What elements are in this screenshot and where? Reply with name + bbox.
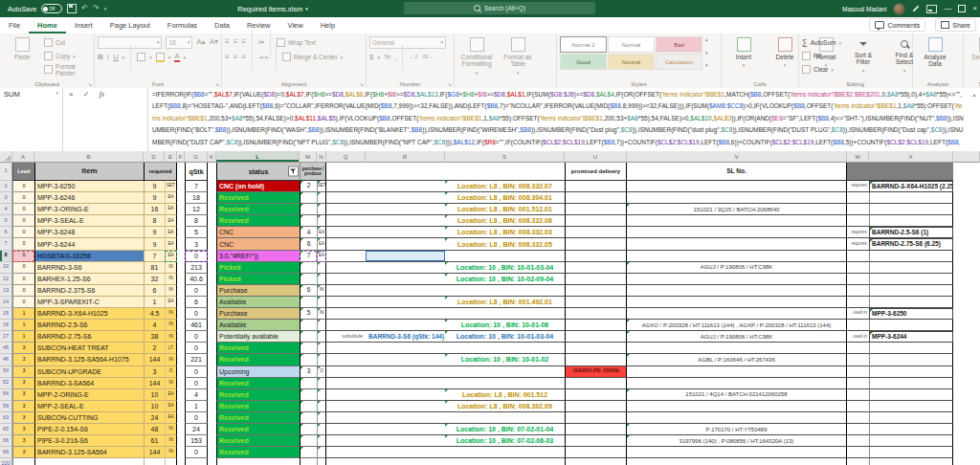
row-header-66[interactable]: 66 xyxy=(0,435,12,447)
cell-B10[interactable]: BARRND-3-S6 xyxy=(34,262,144,274)
quick-access-customize-icon[interactable]: ▾ xyxy=(104,7,107,11)
cell-K7[interactable] xyxy=(208,238,216,250)
cell-E13[interactable]: IN xyxy=(165,285,177,297)
cell-G12[interactable]: 40.6 xyxy=(185,274,208,285)
cell-K220[interactable] xyxy=(208,458,216,465)
col-header-R[interactable]: R xyxy=(366,151,445,163)
col-header-S[interactable]: S xyxy=(445,151,565,163)
cell-G6[interactable]: 5 xyxy=(185,227,208,238)
row-header-65[interactable]: 65 xyxy=(0,424,12,435)
cell-G17[interactable]: 0 xyxy=(185,331,208,343)
cell-L66[interactable]: Received xyxy=(216,435,300,447)
cell-N54[interactable] xyxy=(317,389,326,401)
row-header-63[interactable]: 63 xyxy=(0,412,12,424)
cell-B14[interactable]: MPP-3-SPAREKIT-C xyxy=(34,297,144,308)
autosum-button[interactable]: ∑AutoSum▾ xyxy=(802,36,841,49)
spacer-K1[interactable] xyxy=(208,163,216,181)
cell-U13[interactable] xyxy=(565,285,627,297)
cell-B46[interactable]: BARRND-3.125-SA564-H1075 xyxy=(34,354,144,365)
cell-M8[interactable]: 7 xyxy=(300,251,317,262)
cell-D59[interactable]: 10 xyxy=(144,401,165,412)
cell-W52[interactable] xyxy=(847,378,869,389)
cell-L17[interactable]: Potentially available xyxy=(216,331,300,343)
row-header-12[interactable]: 12 xyxy=(0,274,12,285)
cell-W16[interactable] xyxy=(847,320,869,331)
cell-L12[interactable]: Picked xyxy=(216,274,300,285)
cell-X12[interactable] xyxy=(869,274,953,285)
cell-G8[interactable]: 0 xyxy=(185,251,208,262)
cell-G16[interactable]: 461 xyxy=(185,320,208,331)
cell-Q1[interactable] xyxy=(326,163,366,181)
row-header-10[interactable]: 10 xyxy=(0,262,12,274)
cell-V17[interactable]: AGUJ / P:190806 / HT:C98K xyxy=(627,331,847,343)
cell-A6[interactable]: 0 xyxy=(12,227,34,238)
cell-B63[interactable]: SUBCON-CUTTING xyxy=(34,412,144,424)
cell-D45[interactable]: 2 xyxy=(144,343,165,354)
cell-K17[interactable] xyxy=(208,331,216,343)
cell-F15[interactable] xyxy=(177,308,185,320)
cell-M65[interactable] xyxy=(300,424,317,435)
row-header-69[interactable]: 69 xyxy=(0,447,12,458)
align-center-icon[interactable]: ≡ xyxy=(234,54,238,61)
cell-E59[interactable]: EA xyxy=(165,401,177,412)
cell-N6[interactable]: EA xyxy=(317,227,326,238)
cell-R16[interactable] xyxy=(366,320,445,331)
cell-X4[interactable] xyxy=(869,204,953,215)
cell-X17[interactable]: MPP-3-6244 xyxy=(869,331,953,343)
cell-B45[interactable]: SUBCON-HEAT TREAT xyxy=(34,343,144,354)
cell-S46[interactable]: Location: 10 , BIN: 10-01-02 xyxy=(445,354,565,365)
cell-Y5[interactable] xyxy=(953,215,980,227)
cell-G59[interactable]: 1 xyxy=(185,401,208,412)
cell-Y3[interactable] xyxy=(953,192,980,204)
cell-W6[interactable]: requires: xyxy=(847,227,869,238)
cell-B59[interactable]: MPP-2-SEAL-E xyxy=(34,401,144,412)
cell-N59[interactable] xyxy=(317,401,326,412)
cell-K14[interactable] xyxy=(208,297,216,308)
cell-B17[interactable]: BARRND-2.75-S6 xyxy=(34,331,144,343)
cell-G50[interactable]: 0 xyxy=(185,366,208,378)
user-name[interactable]: Masoud Madani xyxy=(842,6,886,12)
col-header-N[interactable]: N xyxy=(317,151,326,163)
cell-G2[interactable]: 7 xyxy=(185,181,208,192)
cell-A13[interactable]: 0 xyxy=(12,285,34,297)
cell-K54[interactable] xyxy=(208,389,216,401)
cell-K63[interactable] xyxy=(208,412,216,424)
header-dark-block[interactable] xyxy=(847,163,953,181)
cell-Y52[interactable] xyxy=(953,378,980,389)
cell-K50[interactable] xyxy=(208,366,216,378)
cell-B3[interactable]: MPP-3-6246 xyxy=(34,192,144,204)
cell-R52[interactable] xyxy=(366,378,445,389)
cell-Y12[interactable] xyxy=(953,274,980,285)
cell-N50[interactable]: O xyxy=(317,366,326,378)
cell-S69[interactable] xyxy=(445,447,565,458)
cell-N15[interactable]: IN xyxy=(317,308,326,320)
restore-button[interactable] xyxy=(958,5,966,12)
cell-N5[interactable] xyxy=(317,215,326,227)
tab-help[interactable]: Help xyxy=(312,18,344,33)
cell-V8[interactable] xyxy=(627,251,847,262)
cell-X14[interactable] xyxy=(869,297,953,308)
cell-V66[interactable]: 3197996 (140) , P:080856 / HT:164320A (1… xyxy=(627,435,847,447)
cell-E3[interactable]: EA xyxy=(165,192,177,204)
header-level[interactable]: Level xyxy=(12,163,34,181)
col-header-G[interactable]: G xyxy=(185,151,208,163)
document-title[interactable]: Required items.xlsm▾ xyxy=(144,0,402,17)
cell-E66[interactable]: IN xyxy=(165,435,177,447)
cell-B8[interactable]: HOSETAG-10256 xyxy=(34,251,144,262)
cell-N220[interactable] xyxy=(317,458,326,465)
row-header-7[interactable]: 7 xyxy=(0,238,12,250)
copy-button[interactable]: Copy▾ xyxy=(44,50,91,62)
cell-A17[interactable]: 1 xyxy=(12,331,34,343)
cell-N46[interactable] xyxy=(317,354,326,365)
cell-N10[interactable] xyxy=(317,262,326,274)
cell-F52[interactable] xyxy=(177,378,185,389)
cell-L65[interactable]: Received xyxy=(216,424,300,435)
number-dialog-launcher[interactable]: ↘ xyxy=(448,81,452,87)
cell-E63[interactable]: EA xyxy=(165,412,177,424)
cell-N63[interactable] xyxy=(317,412,326,424)
cell-A63[interactable]: 3 xyxy=(12,412,34,424)
cell-V5[interactable] xyxy=(627,215,847,227)
cell-L54[interactable]: Received xyxy=(216,389,300,401)
cell-R66[interactable] xyxy=(366,435,445,447)
cell-M10[interactable] xyxy=(300,262,317,274)
